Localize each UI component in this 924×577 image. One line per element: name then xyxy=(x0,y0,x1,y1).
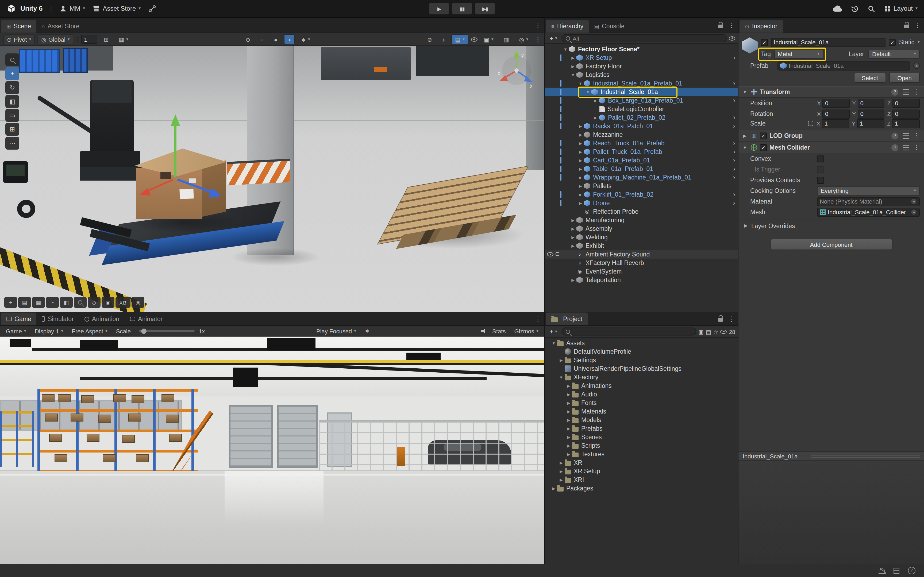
tab-project[interactable]: Project xyxy=(546,313,588,326)
create-object-button[interactable]: +▾ xyxy=(548,34,559,42)
kebab-menu-icon[interactable]: ⋮ xyxy=(728,315,735,322)
expand-arrow[interactable]: ▶ xyxy=(592,115,599,120)
hierarchy-row[interactable]: ▶Factory Floor xyxy=(545,62,738,71)
expand-arrow[interactable]: ▶ xyxy=(577,124,584,129)
kebab-menu-icon[interactable]: ⋮ xyxy=(535,21,541,29)
expand-arrow[interactable]: ▶ xyxy=(577,201,584,205)
effects-dropdown[interactable]: ∗▾ xyxy=(297,34,314,44)
play-focused-dropdown[interactable]: Play Focused▾ xyxy=(313,326,360,336)
prefab-open-chevron[interactable]: › xyxy=(733,199,735,207)
gizmos-dropdown[interactable]: Gizmos▾ xyxy=(510,326,542,336)
mesh-object-field[interactable]: Industrial_Scale_01a_Collider xyxy=(817,208,920,217)
expand-arrow[interactable]: ▶ xyxy=(577,158,584,163)
cooking-options-dropdown[interactable]: Everything ▾ xyxy=(817,186,920,195)
expand-arrow[interactable]: ▶ xyxy=(592,98,599,103)
project-row[interactable]: ▶XRI xyxy=(545,475,738,484)
grid-visibility-button[interactable]: ⊞ xyxy=(100,34,113,44)
prefab-select-button[interactable]: Select xyxy=(854,73,886,83)
scale-slider[interactable] xyxy=(139,330,194,332)
overlay-orientation-button[interactable]: ◎ xyxy=(132,297,144,308)
project-row[interactable]: ▶Prefabs xyxy=(545,424,738,433)
tab-game[interactable]: Game xyxy=(1,313,37,326)
gameobject-name-field[interactable] xyxy=(771,38,885,47)
tab-console[interactable]: ▤ Console xyxy=(589,20,630,32)
position-y-field[interactable] xyxy=(858,98,884,108)
tab-asset-store[interactable]: ⌂ Asset Store xyxy=(36,20,85,32)
expand-arrow[interactable]: ▶ xyxy=(569,64,577,69)
rotation-y-field[interactable] xyxy=(858,109,884,118)
position-x-field[interactable] xyxy=(822,98,850,108)
hierarchy-row[interactable]: ▼Industrial_Scale_01a_Prefab_01› xyxy=(545,79,738,88)
cloud-icon[interactable] xyxy=(833,5,842,12)
expand-arrow[interactable]: ▶ xyxy=(577,149,584,154)
lighting-toggle[interactable]: ♪ xyxy=(438,34,449,44)
view-tool-button[interactable] xyxy=(5,53,19,66)
history-icon[interactable] xyxy=(851,5,859,13)
help-icon[interactable]: ? xyxy=(892,144,898,151)
project-row[interactable]: ▶Scripts xyxy=(545,441,738,450)
hierarchy-row[interactable]: ▶Assembly xyxy=(545,224,738,233)
hierarchy-search-field[interactable]: All xyxy=(561,34,727,42)
project-row[interactable]: ▶Textures xyxy=(545,450,738,458)
expand-arrow[interactable]: ▶ xyxy=(565,409,572,414)
hierarchy-row[interactable]: ▶XR Setup› xyxy=(545,53,738,62)
component-enabled-checkbox[interactable] xyxy=(760,144,767,151)
scale-z-field[interactable] xyxy=(892,119,920,128)
game-mode-dropdown[interactable]: Game▾ xyxy=(2,326,30,336)
expand-arrow[interactable]: ▶ xyxy=(577,166,584,171)
expand-arrow[interactable]: ▶ xyxy=(558,477,565,482)
tab-inspector[interactable]: ⊙ Inspector xyxy=(740,20,783,32)
kebab-menu-icon[interactable]: ⋮ xyxy=(913,144,920,151)
lock-icon[interactable] xyxy=(718,318,723,322)
layout-dropdown[interactable]: Layout ▾ xyxy=(884,5,918,12)
kebab-menu-icon[interactable]: ⋮ xyxy=(913,88,920,96)
snap-settings-dropdown[interactable]: ▦▾ xyxy=(115,34,132,44)
tab-simulator[interactable]: Simulator xyxy=(37,313,79,326)
expand-arrow[interactable]: ▶ xyxy=(558,469,565,474)
rect-tool-button[interactable]: ▭ xyxy=(5,109,19,122)
preset-icon[interactable] xyxy=(903,145,909,150)
aspect-dropdown[interactable]: Free Aspect▾ xyxy=(68,326,111,336)
project-row[interactable]: ▶Fonts xyxy=(545,398,738,407)
prefab-open-chevron[interactable]: › xyxy=(733,53,735,62)
kebab-menu-icon[interactable]: ⋮ xyxy=(728,21,735,29)
component-enabled-checkbox[interactable] xyxy=(760,132,767,139)
expand-arrow[interactable]: ▶ xyxy=(569,218,577,222)
expand-arrow[interactable]: ▶ xyxy=(565,392,572,397)
expand-arrow[interactable]: ▶ xyxy=(577,184,584,188)
project-row[interactable]: ▶Models xyxy=(545,416,738,424)
hierarchy-row[interactable]: ▶Drone› xyxy=(545,199,738,207)
split-view-button[interactable]: ▥ xyxy=(500,34,513,44)
help-icon[interactable]: ? xyxy=(892,132,898,139)
eye-icon[interactable] xyxy=(547,252,553,256)
rotate-tool-button[interactable]: ↻ xyxy=(5,81,19,94)
kebab-menu-icon[interactable]: ⋮ xyxy=(535,315,541,322)
expand-arrow[interactable]: ▶ xyxy=(565,435,572,440)
expand-arrow[interactable]: ▼ xyxy=(741,145,748,150)
convex-checkbox[interactable] xyxy=(817,155,824,162)
overlay-paint-button[interactable]: ◧ xyxy=(60,297,73,308)
project-row[interactable]: ▶Scenes xyxy=(545,433,738,441)
scene-visibility-icon[interactable] xyxy=(729,36,735,40)
collab-icon[interactable] xyxy=(148,5,156,13)
scale-x-field[interactable] xyxy=(822,119,849,128)
scale-tool-button[interactable]: ◧ xyxy=(5,95,19,108)
mute-audio-icon[interactable] xyxy=(481,328,488,334)
mesh-collider-component-header[interactable]: ▼ Mesh Collider ? ⋮ xyxy=(738,142,924,153)
kebab-menu-icon[interactable]: ⋮ xyxy=(913,132,920,139)
scale-y-field[interactable] xyxy=(857,119,884,128)
tool-handle-rotation-dropdown[interactable]: ◎Global▾ xyxy=(38,34,74,44)
project-row[interactable]: ▼Assets xyxy=(545,339,738,347)
object-picker-icon[interactable] xyxy=(911,209,917,215)
static-flags-caret[interactable]: ▾ xyxy=(918,40,920,44)
project-row[interactable]: ▶XR xyxy=(545,458,738,467)
overlay-nav-button[interactable]: ◇ xyxy=(88,297,100,308)
prefab-open-chevron[interactable]: › xyxy=(733,113,735,122)
rotation-x-field[interactable] xyxy=(822,109,850,118)
project-row[interactable]: ▶Packages xyxy=(545,484,738,493)
provides-contacts-checkbox[interactable] xyxy=(817,177,824,184)
expand-arrow[interactable]: ▶ xyxy=(565,400,572,405)
scene-grid-dropdown[interactable]: ◎▾ xyxy=(515,34,532,44)
prefab-open-chevron[interactable]: › xyxy=(733,96,735,105)
expand-arrow[interactable]: ▼ xyxy=(558,375,565,380)
